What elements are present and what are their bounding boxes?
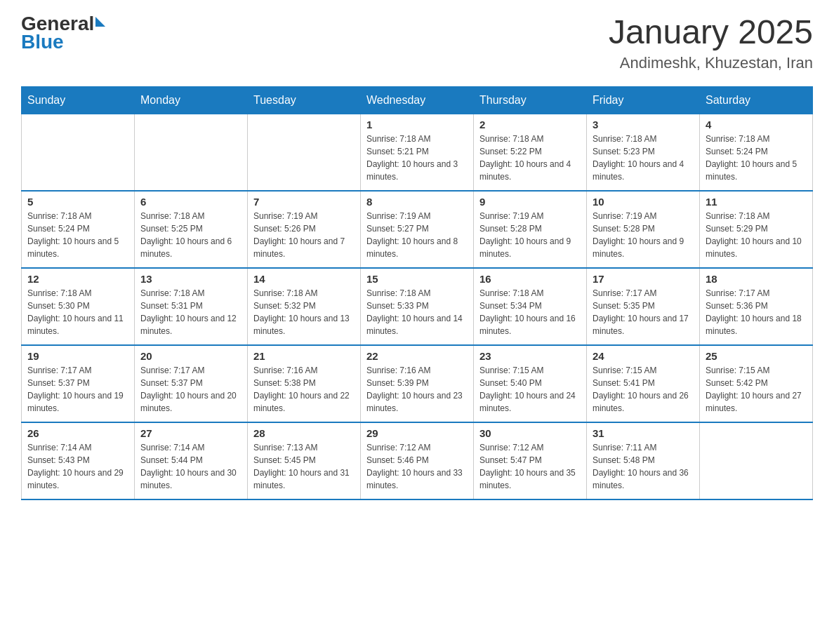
day-number: 17 (593, 273, 694, 285)
day-cell: 24Sunrise: 7:15 AM Sunset: 5:41 PM Dayli… (587, 345, 700, 422)
day-cell (135, 114, 248, 191)
day-number: 1 (366, 119, 468, 130)
day-number: 3 (593, 119, 694, 130)
day-info: Sunrise: 7:18 AM Sunset: 5:33 PM Dayligh… (366, 287, 468, 337)
day-cell: 6Sunrise: 7:18 AM Sunset: 5:25 PM Daylig… (135, 191, 248, 268)
header: General Blue January 2025 Andimeshk, Khu… (21, 14, 813, 72)
header-row: SundayMondayTuesdayWednesdayThursdayFrid… (22, 86, 813, 114)
day-info: Sunrise: 7:12 AM Sunset: 5:47 PM Dayligh… (479, 441, 581, 492)
header-thursday: Thursday (474, 86, 587, 114)
logo: General Blue (21, 14, 105, 52)
week-row-2: 12Sunrise: 7:18 AM Sunset: 5:30 PM Dayli… (22, 268, 813, 345)
week-row-1: 5Sunrise: 7:18 AM Sunset: 5:24 PM Daylig… (22, 191, 813, 268)
day-number: 28 (253, 427, 355, 439)
day-number: 10 (593, 196, 694, 208)
day-cell: 8Sunrise: 7:19 AM Sunset: 5:27 PM Daylig… (361, 191, 474, 268)
day-info: Sunrise: 7:18 AM Sunset: 5:34 PM Dayligh… (479, 287, 581, 337)
day-info: Sunrise: 7:18 AM Sunset: 5:21 PM Dayligh… (366, 133, 468, 183)
day-number: 23 (479, 350, 581, 362)
calendar-header: SundayMondayTuesdayWednesdayThursdayFrid… (22, 86, 813, 114)
day-cell: 16Sunrise: 7:18 AM Sunset: 5:34 PM Dayli… (474, 268, 587, 345)
day-info: Sunrise: 7:18 AM Sunset: 5:31 PM Dayligh… (140, 287, 241, 337)
calendar-title: January 2025 (609, 14, 813, 51)
day-info: Sunrise: 7:18 AM Sunset: 5:32 PM Dayligh… (253, 287, 355, 337)
day-info: Sunrise: 7:18 AM Sunset: 5:25 PM Dayligh… (140, 210, 241, 260)
logo-blue-text: Blue (21, 31, 64, 53)
day-cell: 3Sunrise: 7:18 AM Sunset: 5:23 PM Daylig… (587, 114, 700, 191)
day-info: Sunrise: 7:15 AM Sunset: 5:40 PM Dayligh… (479, 364, 581, 415)
day-cell: 22Sunrise: 7:16 AM Sunset: 5:39 PM Dayli… (361, 345, 474, 422)
day-number: 6 (140, 196, 241, 208)
header-monday: Monday (135, 86, 248, 114)
day-cell: 5Sunrise: 7:18 AM Sunset: 5:24 PM Daylig… (22, 191, 135, 268)
day-cell: 7Sunrise: 7:19 AM Sunset: 5:26 PM Daylig… (248, 191, 361, 268)
day-info: Sunrise: 7:18 AM Sunset: 5:29 PM Dayligh… (706, 210, 807, 260)
day-number: 30 (479, 427, 581, 439)
day-cell: 4Sunrise: 7:18 AM Sunset: 5:24 PM Daylig… (700, 114, 813, 191)
day-cell: 10Sunrise: 7:19 AM Sunset: 5:28 PM Dayli… (587, 191, 700, 268)
day-number: 5 (27, 196, 128, 208)
day-number: 16 (479, 273, 581, 285)
day-number: 14 (253, 273, 355, 285)
day-info: Sunrise: 7:18 AM Sunset: 5:23 PM Dayligh… (593, 133, 694, 183)
day-number: 12 (27, 273, 128, 285)
day-cell: 9Sunrise: 7:19 AM Sunset: 5:28 PM Daylig… (474, 191, 587, 268)
day-info: Sunrise: 7:12 AM Sunset: 5:46 PM Dayligh… (366, 441, 468, 492)
header-friday: Friday (587, 86, 700, 114)
day-number: 4 (706, 119, 807, 130)
day-info: Sunrise: 7:15 AM Sunset: 5:41 PM Dayligh… (593, 364, 694, 415)
day-number: 24 (593, 350, 694, 362)
day-number: 18 (706, 273, 807, 285)
day-number: 2 (479, 119, 581, 130)
day-number: 11 (706, 196, 807, 208)
day-number: 19 (27, 350, 128, 362)
day-cell: 2Sunrise: 7:18 AM Sunset: 5:22 PM Daylig… (474, 114, 587, 191)
day-cell: 1Sunrise: 7:18 AM Sunset: 5:21 PM Daylig… (361, 114, 474, 191)
header-tuesday: Tuesday (248, 86, 361, 114)
day-number: 31 (593, 427, 694, 439)
week-row-3: 19Sunrise: 7:17 AM Sunset: 5:37 PM Dayli… (22, 345, 813, 422)
day-cell (22, 114, 135, 191)
day-cell: 30Sunrise: 7:12 AM Sunset: 5:47 PM Dayli… (474, 422, 587, 499)
day-number: 21 (253, 350, 355, 362)
day-cell: 27Sunrise: 7:14 AM Sunset: 5:44 PM Dayli… (135, 422, 248, 499)
day-number: 29 (366, 427, 468, 439)
day-cell: 28Sunrise: 7:13 AM Sunset: 5:45 PM Dayli… (248, 422, 361, 499)
calendar-body: 1Sunrise: 7:18 AM Sunset: 5:21 PM Daylig… (22, 114, 813, 499)
day-cell: 12Sunrise: 7:18 AM Sunset: 5:30 PM Dayli… (22, 268, 135, 345)
day-cell: 19Sunrise: 7:17 AM Sunset: 5:37 PM Dayli… (22, 345, 135, 422)
day-info: Sunrise: 7:16 AM Sunset: 5:39 PM Dayligh… (366, 364, 468, 415)
day-number: 7 (253, 196, 355, 208)
header-saturday: Saturday (700, 86, 813, 114)
day-info: Sunrise: 7:14 AM Sunset: 5:43 PM Dayligh… (27, 441, 128, 492)
week-row-4: 26Sunrise: 7:14 AM Sunset: 5:43 PM Dayli… (22, 422, 813, 499)
day-info: Sunrise: 7:18 AM Sunset: 5:22 PM Dayligh… (479, 133, 581, 183)
day-info: Sunrise: 7:17 AM Sunset: 5:35 PM Dayligh… (593, 287, 694, 337)
calendar-table: SundayMondayTuesdayWednesdayThursdayFrid… (21, 86, 813, 501)
day-cell: 31Sunrise: 7:11 AM Sunset: 5:48 PM Dayli… (587, 422, 700, 499)
day-number: 27 (140, 427, 241, 439)
day-info: Sunrise: 7:13 AM Sunset: 5:45 PM Dayligh… (253, 441, 355, 492)
day-number: 9 (479, 196, 581, 208)
title-area: January 2025 Andimeshk, Khuzestan, Iran (609, 14, 813, 72)
day-cell: 11Sunrise: 7:18 AM Sunset: 5:29 PM Dayli… (700, 191, 813, 268)
day-cell: 14Sunrise: 7:18 AM Sunset: 5:32 PM Dayli… (248, 268, 361, 345)
day-info: Sunrise: 7:19 AM Sunset: 5:28 PM Dayligh… (479, 210, 581, 260)
day-info: Sunrise: 7:18 AM Sunset: 5:24 PM Dayligh… (27, 210, 128, 260)
day-info: Sunrise: 7:18 AM Sunset: 5:24 PM Dayligh… (706, 133, 807, 183)
day-info: Sunrise: 7:19 AM Sunset: 5:28 PM Dayligh… (593, 210, 694, 260)
day-info: Sunrise: 7:19 AM Sunset: 5:26 PM Dayligh… (253, 210, 355, 260)
header-sunday: Sunday (22, 86, 135, 114)
day-number: 15 (366, 273, 468, 285)
day-info: Sunrise: 7:14 AM Sunset: 5:44 PM Dayligh… (140, 441, 241, 492)
day-cell: 29Sunrise: 7:12 AM Sunset: 5:46 PM Dayli… (361, 422, 474, 499)
day-info: Sunrise: 7:19 AM Sunset: 5:27 PM Dayligh… (366, 210, 468, 260)
week-row-0: 1Sunrise: 7:18 AM Sunset: 5:21 PM Daylig… (22, 114, 813, 191)
day-cell (248, 114, 361, 191)
day-info: Sunrise: 7:11 AM Sunset: 5:48 PM Dayligh… (593, 441, 694, 492)
day-cell: 26Sunrise: 7:14 AM Sunset: 5:43 PM Dayli… (22, 422, 135, 499)
day-number: 13 (140, 273, 241, 285)
day-cell: 23Sunrise: 7:15 AM Sunset: 5:40 PM Dayli… (474, 345, 587, 422)
day-number: 25 (706, 350, 807, 362)
day-cell: 25Sunrise: 7:15 AM Sunset: 5:42 PM Dayli… (700, 345, 813, 422)
